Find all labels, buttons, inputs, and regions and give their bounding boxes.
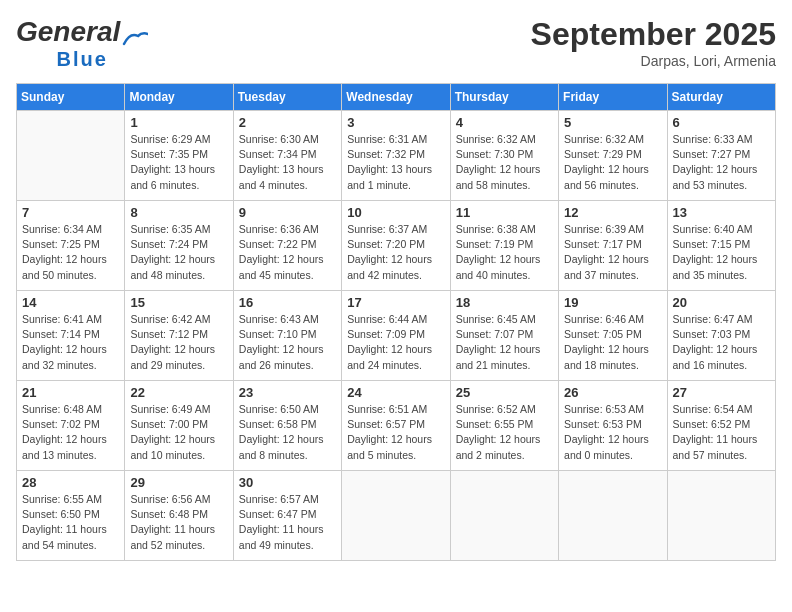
day-info: Sunrise: 6:47 AMSunset: 7:03 PMDaylight:…: [673, 312, 770, 373]
calendar-cell: 8Sunrise: 6:35 AMSunset: 7:24 PMDaylight…: [125, 201, 233, 291]
day-info: Sunrise: 6:32 AMSunset: 7:29 PMDaylight:…: [564, 132, 661, 193]
day-info: Sunrise: 6:49 AMSunset: 7:00 PMDaylight:…: [130, 402, 227, 463]
title-block: September 2025 Darpas, Lori, Armenia: [531, 16, 776, 69]
logo-general: General: [16, 16, 120, 48]
day-number: 19: [564, 295, 661, 310]
day-info: Sunrise: 6:52 AMSunset: 6:55 PMDaylight:…: [456, 402, 553, 463]
day-info: Sunrise: 6:53 AMSunset: 6:53 PMDaylight:…: [564, 402, 661, 463]
day-info: Sunrise: 6:55 AMSunset: 6:50 PMDaylight:…: [22, 492, 119, 553]
day-header-friday: Friday: [559, 84, 667, 111]
day-info: Sunrise: 6:50 AMSunset: 6:58 PMDaylight:…: [239, 402, 336, 463]
calendar-cell: 21Sunrise: 6:48 AMSunset: 7:02 PMDayligh…: [17, 381, 125, 471]
calendar-cell: 17Sunrise: 6:44 AMSunset: 7:09 PMDayligh…: [342, 291, 450, 381]
calendar-week-row: 21Sunrise: 6:48 AMSunset: 7:02 PMDayligh…: [17, 381, 776, 471]
calendar-cell: 9Sunrise: 6:36 AMSunset: 7:22 PMDaylight…: [233, 201, 341, 291]
day-number: 25: [456, 385, 553, 400]
day-info: Sunrise: 6:45 AMSunset: 7:07 PMDaylight:…: [456, 312, 553, 373]
logo-blue: Blue: [56, 48, 107, 70]
day-number: 27: [673, 385, 770, 400]
calendar-cell: 26Sunrise: 6:53 AMSunset: 6:53 PMDayligh…: [559, 381, 667, 471]
day-number: 4: [456, 115, 553, 130]
calendar-cell: [342, 471, 450, 561]
day-number: 8: [130, 205, 227, 220]
calendar-cell: 10Sunrise: 6:37 AMSunset: 7:20 PMDayligh…: [342, 201, 450, 291]
day-info: Sunrise: 6:37 AMSunset: 7:20 PMDaylight:…: [347, 222, 444, 283]
calendar-cell: 14Sunrise: 6:41 AMSunset: 7:14 PMDayligh…: [17, 291, 125, 381]
day-info: Sunrise: 6:35 AMSunset: 7:24 PMDaylight:…: [130, 222, 227, 283]
day-info: Sunrise: 6:33 AMSunset: 7:27 PMDaylight:…: [673, 132, 770, 193]
calendar-cell: 30Sunrise: 6:57 AMSunset: 6:47 PMDayligh…: [233, 471, 341, 561]
day-number: 12: [564, 205, 661, 220]
day-info: Sunrise: 6:57 AMSunset: 6:47 PMDaylight:…: [239, 492, 336, 553]
month-title: September 2025: [531, 16, 776, 53]
calendar-cell: 3Sunrise: 6:31 AMSunset: 7:32 PMDaylight…: [342, 111, 450, 201]
day-header-saturday: Saturday: [667, 84, 775, 111]
day-info: Sunrise: 6:54 AMSunset: 6:52 PMDaylight:…: [673, 402, 770, 463]
calendar-cell: 15Sunrise: 6:42 AMSunset: 7:12 PMDayligh…: [125, 291, 233, 381]
day-header-thursday: Thursday: [450, 84, 558, 111]
day-number: 15: [130, 295, 227, 310]
day-number: 22: [130, 385, 227, 400]
logo-image: General Blue: [16, 16, 148, 71]
day-number: 16: [239, 295, 336, 310]
calendar-cell: 2Sunrise: 6:30 AMSunset: 7:34 PMDaylight…: [233, 111, 341, 201]
calendar-cell: 25Sunrise: 6:52 AMSunset: 6:55 PMDayligh…: [450, 381, 558, 471]
page-header: General Blue September 2025 Darpas, Lori…: [16, 16, 776, 71]
calendar-cell: 4Sunrise: 6:32 AMSunset: 7:30 PMDaylight…: [450, 111, 558, 201]
day-number: 18: [456, 295, 553, 310]
calendar-cell: 22Sunrise: 6:49 AMSunset: 7:00 PMDayligh…: [125, 381, 233, 471]
calendar-table: SundayMondayTuesdayWednesdayThursdayFrid…: [16, 83, 776, 561]
calendar-cell: 5Sunrise: 6:32 AMSunset: 7:29 PMDaylight…: [559, 111, 667, 201]
calendar-cell: 7Sunrise: 6:34 AMSunset: 7:25 PMDaylight…: [17, 201, 125, 291]
calendar-cell: 23Sunrise: 6:50 AMSunset: 6:58 PMDayligh…: [233, 381, 341, 471]
day-number: 21: [22, 385, 119, 400]
day-number: 7: [22, 205, 119, 220]
day-number: 9: [239, 205, 336, 220]
day-number: 6: [673, 115, 770, 130]
day-info: Sunrise: 6:56 AMSunset: 6:48 PMDaylight:…: [130, 492, 227, 553]
calendar-week-row: 28Sunrise: 6:55 AMSunset: 6:50 PMDayligh…: [17, 471, 776, 561]
calendar-cell: [450, 471, 558, 561]
day-number: 13: [673, 205, 770, 220]
day-number: 26: [564, 385, 661, 400]
day-info: Sunrise: 6:39 AMSunset: 7:17 PMDaylight:…: [564, 222, 661, 283]
day-info: Sunrise: 6:48 AMSunset: 7:02 PMDaylight:…: [22, 402, 119, 463]
calendar-week-row: 7Sunrise: 6:34 AMSunset: 7:25 PMDaylight…: [17, 201, 776, 291]
day-info: Sunrise: 6:46 AMSunset: 7:05 PMDaylight:…: [564, 312, 661, 373]
calendar-cell: 29Sunrise: 6:56 AMSunset: 6:48 PMDayligh…: [125, 471, 233, 561]
day-number: 2: [239, 115, 336, 130]
calendar-header-row: SundayMondayTuesdayWednesdayThursdayFrid…: [17, 84, 776, 111]
day-info: Sunrise: 6:38 AMSunset: 7:19 PMDaylight:…: [456, 222, 553, 283]
calendar-cell: 13Sunrise: 6:40 AMSunset: 7:15 PMDayligh…: [667, 201, 775, 291]
day-number: 11: [456, 205, 553, 220]
calendar-cell: 20Sunrise: 6:47 AMSunset: 7:03 PMDayligh…: [667, 291, 775, 381]
day-number: 23: [239, 385, 336, 400]
day-header-sunday: Sunday: [17, 84, 125, 111]
day-header-tuesday: Tuesday: [233, 84, 341, 111]
day-number: 30: [239, 475, 336, 490]
day-info: Sunrise: 6:41 AMSunset: 7:14 PMDaylight:…: [22, 312, 119, 373]
calendar-cell: 24Sunrise: 6:51 AMSunset: 6:57 PMDayligh…: [342, 381, 450, 471]
calendar-cell: 18Sunrise: 6:45 AMSunset: 7:07 PMDayligh…: [450, 291, 558, 381]
calendar-cell: 28Sunrise: 6:55 AMSunset: 6:50 PMDayligh…: [17, 471, 125, 561]
calendar-cell: 16Sunrise: 6:43 AMSunset: 7:10 PMDayligh…: [233, 291, 341, 381]
location-subtitle: Darpas, Lori, Armenia: [531, 53, 776, 69]
calendar-cell: 6Sunrise: 6:33 AMSunset: 7:27 PMDaylight…: [667, 111, 775, 201]
day-number: 20: [673, 295, 770, 310]
day-info: Sunrise: 6:36 AMSunset: 7:22 PMDaylight:…: [239, 222, 336, 283]
day-number: 17: [347, 295, 444, 310]
day-info: Sunrise: 6:31 AMSunset: 7:32 PMDaylight:…: [347, 132, 444, 193]
logo-bird-icon: [120, 30, 148, 48]
calendar-cell: 27Sunrise: 6:54 AMSunset: 6:52 PMDayligh…: [667, 381, 775, 471]
day-info: Sunrise: 6:40 AMSunset: 7:15 PMDaylight:…: [673, 222, 770, 283]
day-info: Sunrise: 6:30 AMSunset: 7:34 PMDaylight:…: [239, 132, 336, 193]
day-number: 24: [347, 385, 444, 400]
day-info: Sunrise: 6:29 AMSunset: 7:35 PMDaylight:…: [130, 132, 227, 193]
day-number: 29: [130, 475, 227, 490]
calendar-week-row: 1Sunrise: 6:29 AMSunset: 7:35 PMDaylight…: [17, 111, 776, 201]
day-info: Sunrise: 6:42 AMSunset: 7:12 PMDaylight:…: [130, 312, 227, 373]
day-number: 10: [347, 205, 444, 220]
calendar-cell: [667, 471, 775, 561]
day-info: Sunrise: 6:34 AMSunset: 7:25 PMDaylight:…: [22, 222, 119, 283]
calendar-cell: [17, 111, 125, 201]
